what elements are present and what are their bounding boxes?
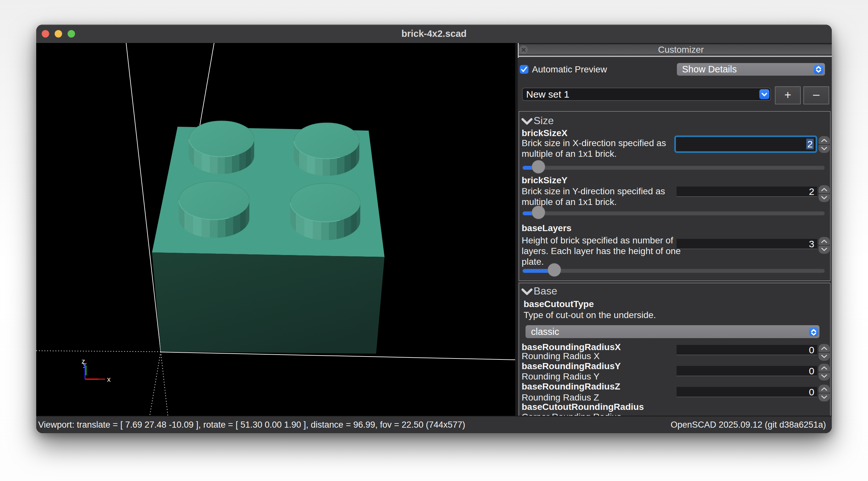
svg-text:x: x [107,375,111,383]
